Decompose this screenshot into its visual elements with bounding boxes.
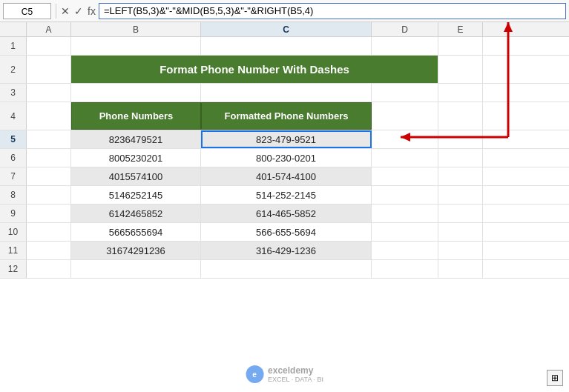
row-num-11: 11 <box>0 242 27 259</box>
cell-b12[interactable] <box>71 260 201 278</box>
formula-bar: C5 ✕ ✓ fx <box>0 0 569 22</box>
confirm-icon[interactable]: ✓ <box>74 5 83 17</box>
cell-e2[interactable] <box>438 56 483 83</box>
cell-e8[interactable] <box>438 186 483 204</box>
row-7: 7 4015574100 401-574-4100 <box>0 167 569 186</box>
row-11: 11 31674291236 316-429-1236 <box>0 242 569 260</box>
cell-reference-box[interactable]: C5 <box>3 3 51 19</box>
cell-d6[interactable] <box>372 149 438 167</box>
row-2: 2 Format Phone Number With Dashes <box>0 56 569 84</box>
cell-a7[interactable] <box>27 167 71 185</box>
title-cell[interactable]: Format Phone Number With Dashes <box>71 56 438 83</box>
row-header-spacer <box>0 22 27 36</box>
row-num-7: 7 <box>0 167 27 185</box>
watermark-logo: e <box>246 365 263 383</box>
cell-e10[interactable] <box>438 223 483 241</box>
row-8: 8 5146252145 514-252-2145 <box>0 186 569 205</box>
row-num-5: 5 <box>0 130 27 148</box>
cell-a11[interactable] <box>27 242 71 259</box>
row-12: 12 <box>0 260 569 279</box>
row-num-9: 9 <box>0 205 27 222</box>
spreadsheet: A B C D E 1 2 Format Phone Number With D… <box>0 22 569 392</box>
cell-c4-header[interactable]: Formatted Phone Numbers <box>201 102 372 130</box>
cell-c9[interactable]: 614-465-5852 <box>201 205 372 222</box>
cell-d12[interactable] <box>372 260 438 278</box>
row-9: 9 6142465852 614-465-5852 <box>0 205 569 223</box>
cell-c8[interactable]: 514-252-2145 <box>201 186 372 204</box>
cell-e9[interactable] <box>438 205 483 222</box>
cell-e12[interactable] <box>438 260 483 278</box>
cell-e7[interactable] <box>438 167 483 185</box>
row-num-4: 4 <box>0 102 27 130</box>
col-header-e: E <box>438 22 483 36</box>
row-num-8: 8 <box>0 186 27 204</box>
cell-e5[interactable] <box>438 130 483 148</box>
formula-input[interactable] <box>99 3 566 19</box>
cell-d7[interactable] <box>372 167 438 185</box>
cell-b10[interactable]: 5665655694 <box>71 223 201 241</box>
cell-d1[interactable] <box>372 37 438 55</box>
formula-icons: ✕ ✓ fx <box>61 5 96 17</box>
cell-c1[interactable] <box>201 37 372 55</box>
cell-b9[interactable]: 6142465852 <box>71 205 201 222</box>
cell-b4-header[interactable]: Phone Numbers <box>71 102 201 130</box>
row-num-6: 6 <box>0 149 27 167</box>
row-num-10: 10 <box>0 223 27 241</box>
watermark: e exceldemy EXCEL · DATA · BI <box>246 365 323 383</box>
cell-c7[interactable]: 401-574-4100 <box>201 167 372 185</box>
row-4: 4 Phone Numbers Formatted Phone Numbers <box>0 102 569 130</box>
paste-icon[interactable]: ⊞ <box>547 370 563 386</box>
col-header-d: D <box>372 22 438 36</box>
cell-a12[interactable] <box>27 260 71 278</box>
cell-b1[interactable] <box>71 37 201 55</box>
cell-d3[interactable] <box>372 84 438 102</box>
cell-b5[interactable]: 8236479521 <box>71 130 201 148</box>
cell-a4[interactable] <box>27 102 71 130</box>
watermark-text: exceldemy EXCEL · DATA · BI <box>268 365 323 383</box>
cell-b3[interactable] <box>71 84 201 102</box>
fx-icon: fx <box>88 5 96 17</box>
row-3: 3 <box>0 84 569 102</box>
cell-a9[interactable] <box>27 205 71 222</box>
cell-a2[interactable] <box>27 56 71 83</box>
cell-d8[interactable] <box>372 186 438 204</box>
cell-b11[interactable]: 31674291236 <box>71 242 201 259</box>
cell-d10[interactable] <box>372 223 438 241</box>
cell-c10[interactable]: 566-655-5694 <box>201 223 372 241</box>
cell-d9[interactable] <box>372 205 438 222</box>
cell-c6[interactable]: 800-230-0201 <box>201 149 372 167</box>
cell-e1[interactable] <box>438 37 483 55</box>
row-6: 6 8005230201 800-230-0201 <box>0 149 569 167</box>
cell-a5[interactable] <box>27 130 71 148</box>
cell-c3[interactable] <box>201 84 372 102</box>
row-1: 1 <box>0 37 569 56</box>
row-num-1: 1 <box>0 37 27 55</box>
cell-b7[interactable]: 4015574100 <box>71 167 201 185</box>
cell-a10[interactable] <box>27 223 71 241</box>
col-header-c: C <box>201 22 372 36</box>
cancel-icon[interactable]: ✕ <box>61 5 70 17</box>
formula-divider <box>56 4 56 19</box>
cell-b6[interactable]: 8005230201 <box>71 149 201 167</box>
cell-e4[interactable] <box>438 102 483 130</box>
cell-e11[interactable] <box>438 242 483 259</box>
cell-e3[interactable] <box>438 84 483 102</box>
cell-a3[interactable] <box>27 84 71 102</box>
row-num-2: 2 <box>0 56 27 83</box>
cell-c11[interactable]: 316-429-1236 <box>201 242 372 259</box>
cell-b8[interactable]: 5146252145 <box>71 186 201 204</box>
cell-e6[interactable] <box>438 149 483 167</box>
cell-c12[interactable] <box>201 260 372 278</box>
cell-d5[interactable] <box>372 130 438 148</box>
cell-d11[interactable] <box>372 242 438 259</box>
cell-a8[interactable] <box>27 186 71 204</box>
col-header-a: A <box>27 22 71 36</box>
cell-a6[interactable] <box>27 149 71 167</box>
row-num-12: 12 <box>0 260 27 278</box>
row-10: 10 5665655694 566-655-5694 <box>0 223 569 242</box>
rows-container: 1 2 Format Phone Number With Dashes 3 4 <box>0 37 569 392</box>
col-header-b: B <box>71 22 201 36</box>
cell-a1[interactable] <box>27 37 71 55</box>
cell-d4[interactable] <box>372 102 438 130</box>
cell-c5[interactable]: 823-479-9521 <box>201 130 372 148</box>
